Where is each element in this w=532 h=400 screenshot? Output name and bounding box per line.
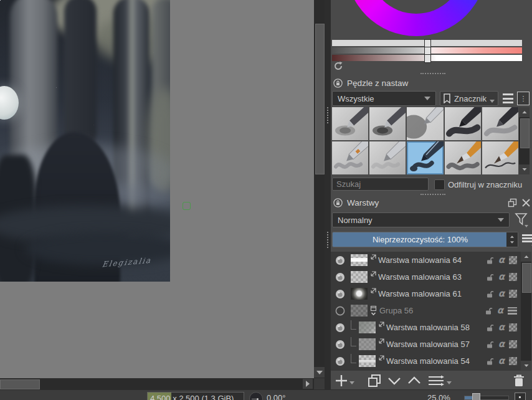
zoom-slider[interactable] (464, 396, 509, 400)
painting[interactable]: Elegizalia (0, 0, 170, 282)
canvas-rotation-dial-icon[interactable] (249, 392, 263, 400)
color-slider-saturation[interactable] (332, 47, 522, 54)
inherit-alpha-icon[interactable] (509, 256, 517, 264)
move-layer-up-button[interactable] (406, 373, 423, 389)
scrollbar-thumb[interactable] (522, 263, 531, 293)
brush-preset-paintbrush-orange-thin-line[interactable] (482, 141, 518, 174)
visibility-eye-icon[interactable] (335, 288, 346, 300)
lock-icon[interactable] (484, 307, 493, 315)
lock-icon[interactable] (485, 357, 494, 366)
layer-thumbnail[interactable] (351, 254, 368, 266)
filter-in-tag-checkbox[interactable] (434, 179, 445, 190)
brush-filter-dropdown[interactable]: Wszystkie (332, 91, 436, 106)
scroll-down-button[interactable] (521, 361, 531, 371)
passthrough-icon[interactable] (508, 307, 517, 315)
canvas-viewport[interactable]: Elegizalia (0, 0, 314, 378)
docker-lock-icon[interactable] (333, 79, 343, 88)
layer-row[interactable]: Warstwa malowania 61 α (331, 285, 521, 302)
inherit-alpha-icon[interactable] (509, 340, 517, 348)
alpha-lock-icon[interactable]: α (498, 289, 505, 298)
inherit-alpha-icon[interactable] (509, 290, 517, 298)
lock-icon[interactable] (485, 273, 494, 282)
scrollbar-thumb[interactable] (520, 118, 530, 148)
brush-preset-airbrush-large-blob[interactable] (407, 107, 443, 140)
alpha-lock-icon[interactable]: α (498, 323, 505, 332)
zoom-mode-button[interactable] (515, 393, 526, 400)
canvas-vscrollbar[interactable] (314, 0, 325, 378)
brush-preset-silver-pen-squiggle[interactable] (332, 141, 368, 174)
tag-button[interactable]: Znacznik (440, 91, 498, 106)
brush-preset-marker-thick-stroke[interactable] (445, 107, 481, 140)
brush-preset-ink-pen-swoosh[interactable] (407, 141, 443, 174)
layer-thumbnail[interactable] (351, 271, 368, 283)
layer-row[interactable]: Warstwa malowania 54 α (331, 353, 521, 369)
move-layer-down-button[interactable] (386, 373, 403, 389)
docker-drag-handle[interactable] (420, 194, 445, 198)
delete-layer-button[interactable] (511, 373, 527, 389)
display-settings-icon[interactable]: ⋮ (517, 92, 530, 105)
chevron-down-icon[interactable] (447, 381, 452, 384)
lock-icon[interactable] (485, 340, 494, 349)
close-docker-icon[interactable] (521, 198, 531, 207)
layer-thumbnail[interactable] (359, 338, 376, 350)
add-layer-button[interactable] (333, 373, 349, 389)
menu-icon[interactable] (503, 93, 513, 103)
layer-filter-icon[interactable] (514, 212, 529, 228)
layer-list-scrollbar[interactable] (521, 252, 531, 371)
visibility-eye-icon[interactable] (335, 272, 346, 283)
alpha-lock-icon[interactable]: α (498, 272, 505, 282)
alpha-lock-icon[interactable]: α (497, 306, 503, 315)
layer-row[interactable]: Warstwa malowania 64 α (331, 252, 521, 269)
chevron-down-icon[interactable] (349, 381, 354, 384)
canvas-hscrollbar[interactable] (0, 378, 314, 389)
layer-thumbnail[interactable] (351, 305, 368, 317)
brush-preset-paintbrush-orange-stroke[interactable] (445, 141, 481, 174)
layer-thumbnail[interactable] (359, 355, 376, 367)
inherit-alpha-icon[interactable] (509, 273, 517, 281)
brush-preset-silver-pen-faint-squiggle[interactable] (369, 141, 406, 174)
zoom-percentage[interactable]: 25,0% (427, 393, 450, 400)
inherit-alpha-icon[interactable] (509, 357, 517, 365)
inherit-alpha-icon[interactable] (509, 323, 517, 331)
slider-handle[interactable] (424, 54, 431, 63)
scroll-right-button[interactable] (303, 379, 313, 389)
scroll-down-button[interactable] (314, 367, 325, 378)
visibility-eye-icon[interactable] (335, 255, 346, 266)
layer-row[interactable]: Warstwa malowania 58 α (331, 319, 521, 336)
layer-thumbnail[interactable] (359, 321, 376, 333)
brush-preset-airbrush-pen-dark-dab[interactable] (369, 107, 406, 140)
vscrollbar-thumb[interactable] (315, 24, 325, 174)
color-slider-lightness[interactable] (332, 40, 522, 46)
layer-properties-button[interactable] (427, 373, 445, 389)
opacity-spinner[interactable] (506, 232, 518, 247)
layer-thumbnail[interactable] (351, 288, 368, 300)
brush-grid-scrollbar[interactable] (519, 107, 530, 174)
visibility-eye-icon[interactable] (335, 305, 346, 317)
scroll-up-button[interactable] (519, 107, 530, 117)
layer-options-menu-icon[interactable] (522, 234, 532, 245)
hscrollbar-thumb[interactable] (0, 379, 40, 389)
float-docker-icon[interactable] (508, 198, 517, 207)
lock-icon[interactable] (485, 256, 494, 265)
alpha-lock-icon[interactable]: α (498, 255, 505, 265)
opacity-slider[interactable]: Nieprzezroczystość: 100% (332, 232, 518, 247)
brush-search-input[interactable] (332, 178, 429, 191)
canvas-angle-value[interactable]: 0.00° (267, 393, 286, 400)
scroll-down-button[interactable] (519, 164, 530, 174)
visibility-eye-icon[interactable] (335, 322, 346, 333)
visibility-eye-icon[interactable] (335, 356, 346, 367)
layer-row[interactable]: Warstwa malowania 63 α (331, 269, 521, 285)
blend-mode-dropdown[interactable]: Normalny (332, 212, 510, 227)
alpha-lock-icon[interactable]: α (498, 340, 505, 349)
dock-splitter[interactable] (325, 0, 331, 389)
layer-row[interactable]: Warstwa malowania 57 α (331, 336, 521, 353)
docker-lock-icon[interactable] (333, 198, 343, 207)
brush-preset-pen-soft-stroke[interactable] (482, 107, 518, 140)
zoom-slider-handle[interactable] (472, 393, 480, 400)
refresh-icon[interactable] (333, 61, 343, 71)
image-size-memory-widget[interactable]: 4,500 x 2,500 (1.3 GiB) (147, 392, 244, 400)
group-folder-icon[interactable] (369, 305, 378, 317)
group-layer-row[interactable]: Grupa 56 α (331, 302, 521, 319)
color-slider-value[interactable] (332, 55, 522, 61)
visibility-eye-icon[interactable] (335, 339, 346, 350)
